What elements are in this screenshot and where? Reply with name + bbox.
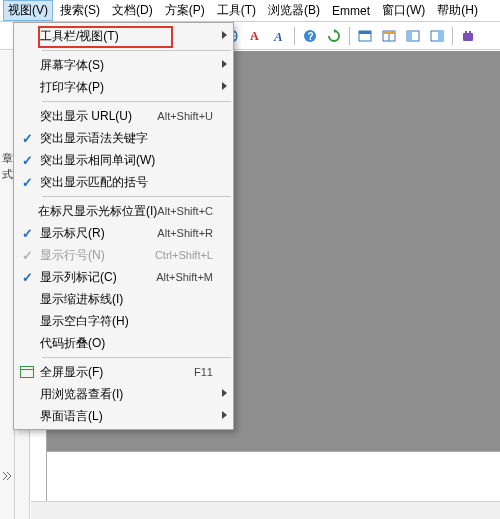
bold-icon[interactable]: A xyxy=(268,25,290,47)
menu-separator xyxy=(42,50,231,51)
menu-item-label: 屏幕字体(S) xyxy=(40,57,227,74)
menu-ui-language[interactable]: 界面语言(L) xyxy=(14,405,233,427)
menu-tools[interactable]: 工具(T) xyxy=(212,0,261,21)
svg-rect-7 xyxy=(359,31,371,34)
menu-help[interactable]: 帮助(H) xyxy=(432,0,483,21)
menu-search[interactable]: 搜索(S) xyxy=(55,0,105,21)
menu-item-label: 打印字体(P) xyxy=(40,79,227,96)
svg-text:A: A xyxy=(273,29,283,44)
layout-split-icon[interactable] xyxy=(378,25,400,47)
gutter-label-1: 章 xyxy=(2,151,13,166)
menu-fullscreen[interactable]: 全屏显示(F) F11 xyxy=(14,361,233,383)
check-icon: ✓ xyxy=(22,226,33,241)
submenu-arrow-icon xyxy=(222,82,227,90)
check-icon: ✓ xyxy=(22,270,33,285)
menu-highlight-syntax[interactable]: ✓ 突出显示语法关键字 xyxy=(14,127,233,149)
menu-browser[interactable]: 浏览器(B) xyxy=(263,0,325,21)
menu-item-label: 显示行号(N) xyxy=(40,247,155,264)
menu-document[interactable]: 文档(D) xyxy=(107,0,158,21)
menu-item-label: 界面语言(L) xyxy=(40,408,227,425)
submenu-arrow-icon xyxy=(222,411,227,419)
menu-shortcut: Alt+Shift+C xyxy=(157,205,213,217)
plugin-icon[interactable] xyxy=(457,25,479,47)
submenu-arrow-icon xyxy=(222,389,227,397)
svg-rect-16 xyxy=(465,31,467,34)
menu-highlight-url[interactable]: 突出显示 URL(U) Alt+Shift+U xyxy=(14,105,233,127)
menu-item-label: 突出显示相同单词(W) xyxy=(40,152,227,169)
menu-separator xyxy=(42,196,231,197)
toolbar-separator xyxy=(452,27,453,45)
menu-item-label: 代码折叠(O) xyxy=(40,335,227,352)
check-icon: ✓ xyxy=(22,175,33,190)
menu-emmet[interactable]: Emmet xyxy=(327,2,375,20)
svg-text:?: ? xyxy=(308,31,314,42)
menu-item-label: 显示列标记(C) xyxy=(40,269,156,286)
svg-rect-17 xyxy=(469,31,471,34)
check-icon: ✓ xyxy=(22,153,33,168)
menu-item-label: 显示标尺(R) xyxy=(40,225,157,242)
menu-show-line-numbers[interactable]: ✓ 显示行号(N) Ctrl+Shift+L xyxy=(14,244,233,266)
menu-show-ruler[interactable]: ✓ 显示标尺(R) Alt+Shift+R xyxy=(14,222,233,244)
menu-window[interactable]: 窗口(W) xyxy=(377,0,430,21)
menu-item-label: 用浏览器查看(I) xyxy=(40,386,227,403)
layout-left-icon[interactable] xyxy=(402,25,424,47)
menu-separator xyxy=(42,357,231,358)
layout-right-icon[interactable] xyxy=(426,25,448,47)
menu-show-indent-guides[interactable]: 显示缩进标线(I) xyxy=(14,288,233,310)
menu-item-label: 全屏显示(F) xyxy=(40,364,194,381)
layout-window-icon[interactable] xyxy=(354,25,376,47)
menu-view-in-browser[interactable]: 用浏览器查看(I) xyxy=(14,383,233,405)
menu-show-column-markers[interactable]: ✓ 显示列标记(C) Alt+Shift+M xyxy=(14,266,233,288)
menu-highlight-same-word[interactable]: ✓ 突出显示相同单词(W) xyxy=(14,149,233,171)
submenu-arrow-icon xyxy=(222,60,227,68)
menu-highlight-brackets[interactable]: ✓ 突出显示匹配的括号 xyxy=(14,171,233,193)
menu-shortcut: Ctrl+Shift+L xyxy=(155,249,213,261)
document-editor[interactable] xyxy=(47,451,500,501)
svg-rect-14 xyxy=(438,31,443,41)
menu-print-font[interactable]: 打印字体(P) xyxy=(14,76,233,98)
svg-text:!: ! xyxy=(251,33,253,42)
menu-show-whitespace[interactable]: 显示空白字符(H) xyxy=(14,310,233,332)
menu-shortcut: Alt+Shift+U xyxy=(157,110,213,122)
menu-code-folding[interactable]: 代码折叠(O) xyxy=(14,332,233,354)
refresh-icon[interactable] xyxy=(323,25,345,47)
horizontal-scrollbar[interactable] xyxy=(31,501,500,519)
menu-item-label: 显示缩进标线(I) xyxy=(40,291,227,308)
menu-shortcut: Alt+Shift+M xyxy=(156,271,213,283)
menu-item-label: 工具栏/视图(T) xyxy=(40,28,227,45)
toolbar-separator xyxy=(349,27,350,45)
menu-toolbars-views[interactable]: 工具栏/视图(T) xyxy=(14,25,233,47)
menu-item-label: 在标尺显示光标位置(I) xyxy=(38,203,157,220)
menu-screen-font[interactable]: 屏幕字体(S) xyxy=(14,54,233,76)
svg-rect-9 xyxy=(383,31,395,34)
panel-collapse-icon[interactable] xyxy=(1,469,13,489)
menu-shortcut: Alt+Shift+R xyxy=(157,227,213,239)
check-icon: ✓ xyxy=(22,248,33,263)
menu-item-label: 突出显示语法关键字 xyxy=(40,130,227,147)
view-menu-dropdown: 工具栏/视图(T) 屏幕字体(S) 打印字体(P) 突出显示 URL(U) Al… xyxy=(13,22,234,430)
check-icon: ✓ xyxy=(22,131,33,146)
menu-project[interactable]: 方案(P) xyxy=(160,0,210,21)
fullscreen-icon xyxy=(20,366,34,378)
menu-cursor-in-ruler[interactable]: 在标尺显示光标位置(I) Alt+Shift+C xyxy=(14,200,233,222)
font-color-icon[interactable]: A! xyxy=(244,25,266,47)
menu-view[interactable]: 视图(V) xyxy=(3,0,53,21)
toolbar-separator xyxy=(294,27,295,45)
submenu-arrow-icon xyxy=(222,31,227,39)
menu-item-label: 显示空白字符(H) xyxy=(40,313,227,330)
menu-item-label: 突出显示 URL(U) xyxy=(40,108,157,125)
menu-shortcut: F11 xyxy=(194,366,213,378)
menu-item-label: 突出显示匹配的括号 xyxy=(40,174,227,191)
svg-rect-15 xyxy=(463,33,473,41)
svg-rect-12 xyxy=(407,31,412,41)
help-icon[interactable]: ? xyxy=(299,25,321,47)
menubar: 视图(V) 搜索(S) 文档(D) 方案(P) 工具(T) 浏览器(B) Emm… xyxy=(0,0,500,22)
menu-separator xyxy=(42,101,231,102)
gutter-label-2: 式 xyxy=(2,167,13,182)
